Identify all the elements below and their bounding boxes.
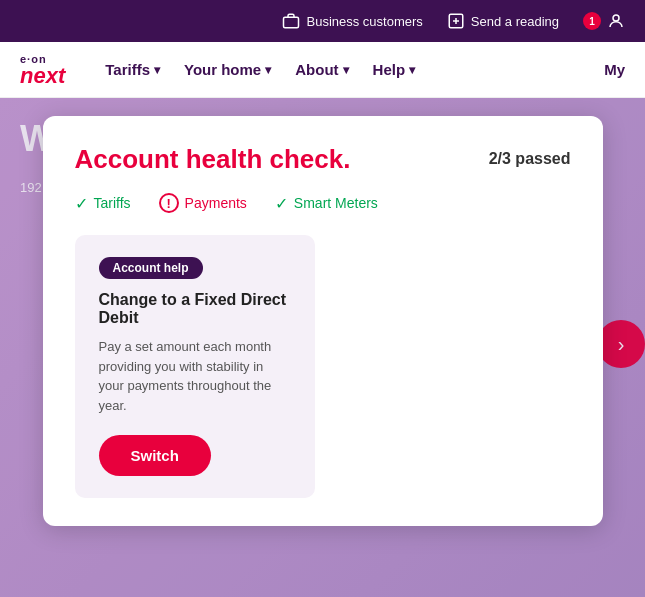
card-title: Change to a Fixed Direct Debit <box>99 291 291 327</box>
about-label: About <box>295 61 338 78</box>
modal-passed: 2/3 passed <box>489 150 571 168</box>
svg-point-2 <box>613 15 619 21</box>
nav-my[interactable]: My <box>604 61 625 78</box>
account-icon <box>607 12 625 30</box>
send-reading-label: Send a reading <box>471 14 559 29</box>
modal-title: Account health check. <box>75 144 351 175</box>
account-help-card: Account help Change to a Fixed Direct De… <box>75 235 315 498</box>
check-items: ✓ Tariffs ! Payments ✓ Smart Meters <box>75 193 571 213</box>
nav-bar: e·on next Tariffs ▾ Your home ▾ About ▾ … <box>0 42 645 98</box>
check-payments-label: Payments <box>185 195 247 211</box>
check-tariffs-icon: ✓ <box>75 194 88 213</box>
modal-header: Account health check. 2/3 passed <box>75 144 571 175</box>
health-check-modal: Account health check. 2/3 passed ✓ Tarif… <box>43 116 603 526</box>
nav-about[interactable]: About ▾ <box>295 61 348 78</box>
meter-icon <box>447 12 465 30</box>
my-label: My <box>604 61 625 78</box>
check-payments: ! Payments <box>159 193 247 213</box>
logo-next: next <box>20 65 65 87</box>
tariffs-label: Tariffs <box>105 61 150 78</box>
your-home-chevron-icon: ▾ <box>265 63 271 77</box>
switch-button[interactable]: Switch <box>99 435 211 476</box>
tariffs-chevron-icon: ▾ <box>154 63 160 77</box>
nav-your-home[interactable]: Your home ▾ <box>184 61 271 78</box>
svg-rect-0 <box>284 17 299 28</box>
card-badge: Account help <box>99 257 203 279</box>
notification-area[interactable]: 1 <box>583 12 625 30</box>
card-description: Pay a set amount each month providing yo… <box>99 337 291 415</box>
check-smart-meters: ✓ Smart Meters <box>275 194 378 213</box>
check-payments-warning-icon: ! <box>159 193 179 213</box>
check-tariffs: ✓ Tariffs <box>75 194 131 213</box>
help-label: Help <box>373 61 406 78</box>
modal-overlay: Account health check. 2/3 passed ✓ Tarif… <box>0 98 645 597</box>
about-chevron-icon: ▾ <box>343 63 349 77</box>
nav-help[interactable]: Help ▾ <box>373 61 416 78</box>
briefcase-icon <box>282 12 300 30</box>
top-bar: Business customers Send a reading 1 <box>0 0 645 42</box>
business-customers-link[interactable]: Business customers <box>282 12 422 30</box>
nav-tariffs[interactable]: Tariffs ▾ <box>105 61 160 78</box>
check-smart-meters-icon: ✓ <box>275 194 288 213</box>
check-tariffs-label: Tariffs <box>94 195 131 211</box>
send-reading-link[interactable]: Send a reading <box>447 12 559 30</box>
notification-badge: 1 <box>583 12 601 30</box>
check-smart-meters-label: Smart Meters <box>294 195 378 211</box>
help-chevron-icon: ▾ <box>409 63 415 77</box>
logo[interactable]: e·on next <box>20 53 65 87</box>
your-home-label: Your home <box>184 61 261 78</box>
business-label: Business customers <box>306 14 422 29</box>
